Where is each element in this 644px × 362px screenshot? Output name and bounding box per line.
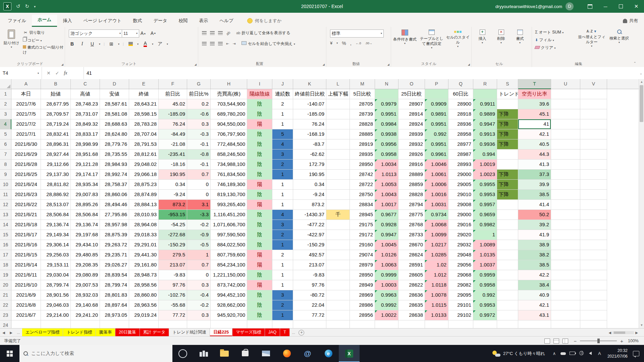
cell-T23[interactable]: 43.1 <box>518 310 551 320</box>
cell-M8[interactable]: 28950 <box>350 160 375 170</box>
cell-N22[interactable]: 0.9992 <box>375 300 398 310</box>
taskbar-edge-icon[interactable]: e <box>318 345 339 362</box>
cell-P3[interactable]: 0.9891 <box>425 109 448 119</box>
cell-F15[interactable]: -272.68 <box>159 230 187 240</box>
cell-D6[interactable]: 28,779.76 <box>100 139 129 149</box>
cell-B7[interactable]: 28,927.44 <box>41 149 71 160</box>
cell-H21[interactable]: 994,452,100 <box>211 290 247 300</box>
cell-C20[interactable]: 29,007.53 <box>71 280 100 290</box>
cell-O12[interactable]: 28794 <box>398 200 425 210</box>
increase-decimal-icon[interactable]: ←.0 <box>356 42 361 45</box>
cell-A2[interactable]: 2021/7/6 <box>11 99 41 109</box>
cell-K15[interactable]: -422.97 <box>293 230 326 240</box>
cell-D4[interactable]: 28,688.63 <box>100 119 129 129</box>
cell-Q2[interactable]: 28900 <box>448 99 473 109</box>
cell-Q23[interactable]: 29102 <box>448 310 473 320</box>
increase-font-icon[interactable]: A▲ <box>140 29 147 37</box>
cell-M14[interactable]: 29175 <box>350 220 375 230</box>
fill-button[interactable]: ⬇ フィル ▾ <box>535 37 564 43</box>
cell-R8[interactable]: 1.0019 <box>473 160 497 170</box>
cell-C15[interactable]: 29,197.68 <box>71 230 100 240</box>
cell-V1[interactable] <box>580 89 607 99</box>
cell-M10[interactable]: 28722 <box>350 180 375 190</box>
cell-C5[interactable]: 28,833.17 <box>71 129 100 139</box>
cell-T3[interactable]: 45.1 <box>518 109 551 119</box>
cell-J14[interactable]: 3 <box>272 220 293 230</box>
normal-view-icon[interactable] <box>544 339 550 344</box>
cell-Q14[interactable]: 29016 <box>448 220 473 230</box>
cell-Q19[interactable]: 29068 <box>448 270 473 280</box>
cell-U23[interactable] <box>551 310 580 320</box>
cell-N2[interactable]: 0.9979 <box>375 99 398 109</box>
cell-O4[interactable]: 28924 <box>398 119 425 129</box>
cell-D20[interactable]: 28,799.74 <box>100 280 129 290</box>
borders-icon[interactable]: ⊞ <box>108 40 115 48</box>
cell-R15[interactable]: 1 <box>473 230 497 240</box>
cell-A23[interactable]: 2021/6/7 <box>11 310 41 320</box>
cell-B11[interactable]: 28,886.92 <box>41 190 71 200</box>
cell-U18[interactable] <box>551 260 580 270</box>
cell-L16[interactable] <box>326 240 350 250</box>
cell-A15[interactable]: 2021/6/17 <box>11 230 41 240</box>
cell-H2[interactable]: 703,544,900 <box>211 99 247 109</box>
cell-Q21[interactable]: 29095 <box>448 290 473 300</box>
column-header-U[interactable]: U <box>551 79 580 89</box>
cell-E3[interactable]: 28,598.15 <box>129 109 159 119</box>
cell-D22[interactable]: 28,897.64 <box>100 300 129 310</box>
cell-J6[interactable]: 4 <box>272 139 293 149</box>
cell-U5[interactable] <box>551 129 580 139</box>
cell-V19[interactable] <box>580 270 607 280</box>
autosum-button[interactable]: Σ オート SUM ▾ <box>535 29 564 35</box>
cell-V17[interactable] <box>580 250 607 260</box>
cell-E17[interactable]: 29,441.30 <box>129 250 159 260</box>
cell-H8[interactable]: 734,988,100 <box>211 160 247 170</box>
cell-H1[interactable]: 売買高(株) <box>211 89 247 99</box>
cell-V14[interactable] <box>580 220 607 230</box>
bold-button[interactable]: B <box>69 40 75 48</box>
cell-B17[interactable]: 29,256.03 <box>41 250 71 260</box>
cell-D19[interactable]: 28,839.54 <box>100 270 129 280</box>
cell-G10[interactable]: 0 <box>187 180 211 190</box>
cell-N17[interactable]: 1.0126 <box>375 250 398 260</box>
cell-I19[interactable]: 陰 <box>247 270 272 280</box>
cell-V3[interactable] <box>580 109 607 119</box>
cell-F7[interactable]: -235.41 <box>159 149 187 160</box>
row-header-18[interactable]: 18 <box>0 260 11 270</box>
cell-O1[interactable]: 25日比較 <box>398 89 425 99</box>
zoom-thumb[interactable] <box>597 339 600 343</box>
cell-G9[interactable]: 0.7 <box>187 170 211 180</box>
cell-K2[interactable]: -140.07 <box>293 99 326 109</box>
cell-K13[interactable]: -1430.37 <box>293 210 326 220</box>
cell-V9[interactable] <box>580 170 607 180</box>
cell-R18[interactable]: 1.0037 <box>473 260 497 270</box>
styles-dialog-launcher[interactable]: ◢ <box>468 63 470 66</box>
cell-J19[interactable]: 1 <box>272 270 293 280</box>
cell-U22[interactable] <box>551 300 580 310</box>
undo-icon[interactable]: ↺ <box>16 3 20 9</box>
cell-P19[interactable]: 1.012 <box>425 270 448 280</box>
cell-B4[interactable]: 28,719.24 <box>41 119 71 129</box>
cell-K23[interactable]: 77.72 <box>293 310 326 320</box>
cell-Q16[interactable]: 29032 <box>448 240 473 250</box>
cell-A12[interactable]: 2021/6/22 <box>11 200 41 210</box>
cell-B1[interactable]: 始値 <box>41 89 71 99</box>
cut-button[interactable]: ✂ 切り取り <box>23 30 65 35</box>
horizontal-scroll-thumb[interactable] <box>614 331 625 334</box>
clipboard-dialog-launcher[interactable]: ◢ <box>61 63 63 66</box>
conditional-formatting-button[interactable]: 条件付き書式 ▾ <box>392 29 418 45</box>
insert-cells-button[interactable]: + 挿入 ▾ <box>473 29 491 44</box>
cell-R21[interactable]: 0.992 <box>473 290 497 300</box>
cell-P6[interactable]: 0.9951 <box>425 139 448 149</box>
cell-K11[interactable]: -9.24 <box>293 190 326 200</box>
cell-Q12[interactable]: 29008 <box>448 200 473 210</box>
redo-icon[interactable]: ↻ <box>25 3 30 9</box>
cell-O14[interactable]: 28768 <box>398 220 425 230</box>
cell-J2[interactable]: 2 <box>272 99 293 109</box>
cell-P24[interactable] <box>425 320 448 328</box>
cell-D24[interactable] <box>100 320 129 328</box>
row-header-10[interactable]: 10 <box>0 180 11 190</box>
cell-B10[interactable]: 28,811.82 <box>41 180 71 190</box>
cell-K16[interactable]: -150.29 <box>293 240 326 250</box>
cell-B2[interactable]: 28,677.95 <box>41 99 71 109</box>
cell-K19[interactable]: -9.83 <box>293 270 326 280</box>
